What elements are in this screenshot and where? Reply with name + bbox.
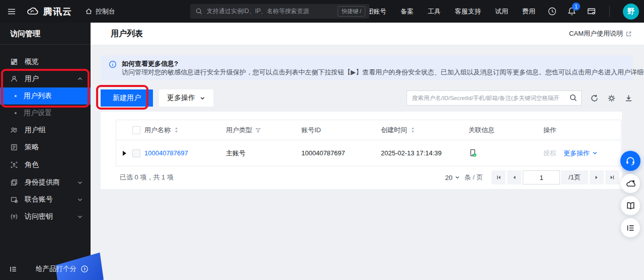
- sort-icon[interactable]: [410, 127, 416, 133]
- global-search-box[interactable]: 支持通过实例ID、IP、名称等搜索资源 快捷键 /: [190, 4, 369, 19]
- survey-list-icon: [625, 223, 636, 233]
- column-header-related-info: 关联信息: [468, 126, 543, 135]
- nav-tools[interactable]: 工具: [428, 7, 441, 16]
- page-title: 用户列表: [111, 29, 143, 39]
- sidebar-title: 访问管理: [0, 23, 91, 45]
- prev-page-button[interactable]: [507, 170, 521, 184]
- sidebar-footer: 给产品打个分: [0, 258, 91, 280]
- table-header-row: 用户名称 用户类型 账号ID 创建时间: [116, 120, 621, 140]
- info-banner: 如何查看更多信息? 访问管理对您的敏感信息进行安全升级保护，您可以点击列表中左侧…: [101, 55, 633, 80]
- survey-fab[interactable]: [621, 218, 640, 237]
- user-table-panel: 用户名称 用户类型 账号ID 创建时间: [101, 112, 622, 189]
- cloud-alert-fab[interactable]: [621, 174, 640, 193]
- sidebar-item-overview[interactable]: 概览: [0, 53, 91, 70]
- user-icon: [10, 75, 18, 83]
- sidebar-item-identity-providers[interactable]: 身份提供商: [0, 174, 91, 191]
- filter-icon[interactable]: [255, 127, 261, 133]
- user-avatar[interactable]: 野: [623, 4, 639, 20]
- sidebar-item-label: 概览: [25, 57, 39, 66]
- sidebar-item-label: 用户列表: [24, 91, 52, 101]
- download-icon[interactable]: [624, 94, 633, 103]
- overview-grid-icon: [10, 58, 18, 66]
- row-more-actions[interactable]: 更多操作: [564, 149, 598, 158]
- created-time-cell: 2025-02-13 17:14:39: [381, 149, 468, 157]
- new-user-button[interactable]: 新建用户: [101, 89, 153, 107]
- sidebar-item-users[interactable]: 用户: [0, 70, 91, 87]
- sidebar-item-roles[interactable]: 角色: [0, 156, 91, 173]
- expand-row-icon[interactable]: [123, 151, 126, 156]
- first-page-button[interactable]: [492, 170, 506, 184]
- chevron-down-icon: [77, 214, 83, 220]
- bullet-dot-icon: [15, 112, 17, 114]
- cam-help-link-label: CAM用户使用说明: [569, 29, 623, 38]
- tencent-cloud-logo[interactable]: 腾讯云: [26, 6, 72, 18]
- sidebar-item-label: 身份提供商: [25, 178, 60, 187]
- sidebar-item-label: 访问密钥: [25, 212, 53, 221]
- cloud-bell-icon: [625, 178, 636, 189]
- sidebar-item-policies[interactable]: 策略: [0, 139, 91, 156]
- sidebar-item-user-list[interactable]: 用户列表: [0, 87, 91, 105]
- table-footer: 已选 0 项，共 1 项 20 条 / 页 /1页: [101, 166, 622, 189]
- notification-bell-icon[interactable]: 1: [567, 7, 577, 16]
- sort-icon[interactable]: [174, 127, 179, 133]
- column-settings-gear-icon[interactable]: [607, 94, 616, 103]
- console-link[interactable]: 控制台: [85, 7, 115, 16]
- page-size-unit: 条 / 页: [464, 173, 483, 182]
- table-toolbar: 新建用户 更多操作: [101, 89, 633, 107]
- account-id-cell: 100040787697: [301, 149, 381, 157]
- nav-trial[interactable]: 试用: [495, 7, 508, 16]
- nav-support[interactable]: 客服支持: [455, 7, 481, 16]
- refresh-icon[interactable]: [590, 94, 599, 103]
- chevron-down-icon: [455, 175, 460, 180]
- tencent-cloud-console: 腾讯云 控制台 支持通过实例ID、IP、名称等搜索资源 快捷键 / 集团账号 备…: [0, 0, 644, 280]
- column-header-usertype: 用户类型: [226, 126, 252, 135]
- sidebar-item-label: 用户设置: [24, 109, 52, 118]
- sidebar-item-label: 策略: [25, 143, 39, 152]
- chevron-circle-icon[interactable]: [80, 265, 89, 273]
- hamburger-menu-icon[interactable]: [0, 7, 23, 17]
- federated-account-icon: [10, 196, 18, 204]
- open-book-icon: [625, 201, 636, 211]
- collapse-sidebar-icon[interactable]: [9, 265, 18, 273]
- selection-summary: 已选 0 项，共 1 项: [120, 173, 174, 182]
- chevron-up-icon: [77, 76, 83, 82]
- sidebar-item-federated-accounts[interactable]: 联合账号: [0, 191, 91, 208]
- more-actions-button[interactable]: 更多操作: [159, 89, 213, 107]
- sidebar-item-user-settings[interactable]: 用户设置: [0, 105, 91, 122]
- bullet-dot-icon: [15, 95, 17, 97]
- topbar-divider: [609, 6, 610, 17]
- current-page-input[interactable]: [523, 170, 560, 184]
- sidebar-item-label: 角色: [25, 160, 39, 169]
- search-icon[interactable]: [569, 94, 578, 102]
- authorize-action[interactable]: 授权: [543, 149, 556, 158]
- documentation-fab[interactable]: [621, 196, 640, 215]
- last-page-button[interactable]: [605, 170, 619, 184]
- chevron-down-icon: [592, 150, 598, 156]
- info-banner-title: 如何查看更多信息?: [122, 59, 644, 68]
- user-type-cell: 主账号: [226, 149, 301, 158]
- nav-icp-filing[interactable]: 备案: [400, 7, 414, 16]
- console-label: 控制台: [96, 7, 115, 16]
- sidebar-item-access-keys[interactable]: 访问密钥: [0, 208, 91, 225]
- user-group-icon: [10, 126, 18, 134]
- user-search-input[interactable]: [407, 90, 582, 106]
- page-size-select[interactable]: 20: [445, 174, 460, 181]
- sidebar-item-user-groups[interactable]: 用户组: [0, 122, 91, 139]
- customer-service-fab[interactable]: [620, 151, 640, 171]
- cam-help-link[interactable]: CAM用户使用说明: [569, 29, 632, 38]
- rate-product-link[interactable]: 给产品打个分: [36, 264, 76, 273]
- external-link-icon: [625, 31, 632, 37]
- info-circle-icon: [109, 60, 117, 80]
- next-page-button[interactable]: [590, 170, 604, 184]
- user-name-link[interactable]: 100040787697: [144, 149, 188, 157]
- access-key-icon: [10, 213, 18, 221]
- sidebar-item-label: 联合账号: [25, 195, 53, 204]
- headset-icon: [625, 155, 636, 166]
- nav-billing[interactable]: 费用: [522, 7, 535, 16]
- row-checkbox[interactable]: [132, 149, 140, 157]
- user-table: 用户名称 用户类型 账号ID 创建时间: [116, 120, 621, 166]
- select-all-checkbox[interactable]: [132, 126, 140, 134]
- history-clock-icon[interactable]: [547, 7, 557, 16]
- billing-panel-icon[interactable]: [587, 7, 596, 16]
- pagination: 20 条 / 页 /1页: [445, 170, 619, 184]
